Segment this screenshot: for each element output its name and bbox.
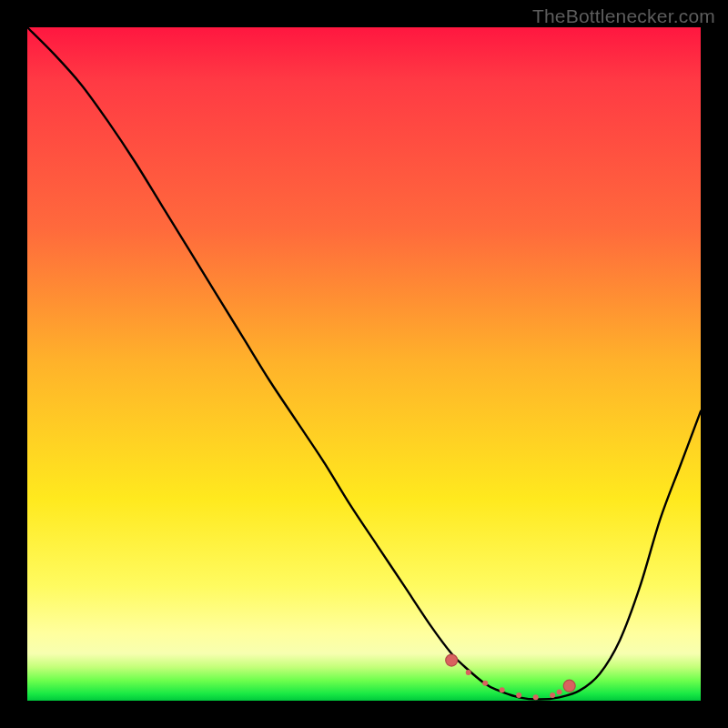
watermark-text: TheBottlenecker.com <box>532 5 715 27</box>
plot-area <box>27 27 701 701</box>
marker-dot <box>482 681 488 686</box>
curve-layer <box>27 27 701 701</box>
marker-dot <box>533 694 539 700</box>
marker-dot <box>550 693 555 698</box>
marker-dot <box>557 689 562 694</box>
marker-dot <box>500 687 505 693</box>
marker-dot <box>563 680 575 692</box>
chart-frame: TheBottlenecker.com <box>0 0 728 728</box>
marker-dot <box>446 654 458 666</box>
bottleneck-curve <box>27 27 701 700</box>
marker-group <box>446 654 576 700</box>
marker-dot <box>466 670 471 675</box>
marker-dot <box>516 693 521 698</box>
